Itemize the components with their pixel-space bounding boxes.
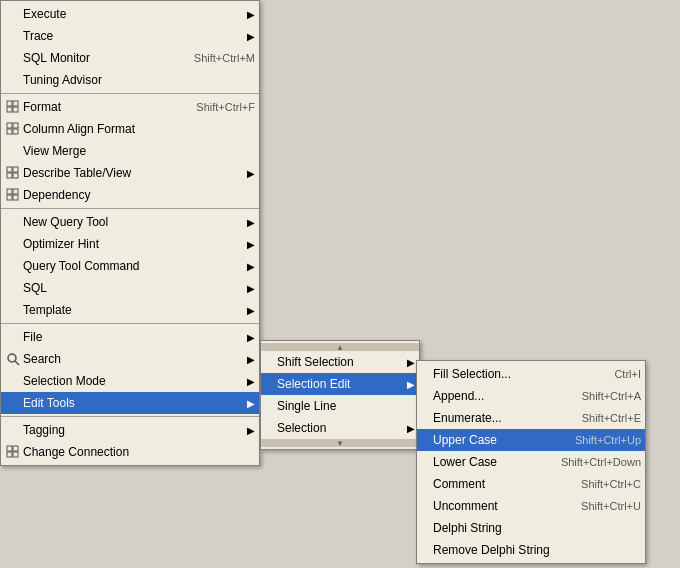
submenu-arrow-icon: ▶ xyxy=(247,217,255,228)
menu-separator xyxy=(1,208,259,209)
menu-item-label: Uncomment xyxy=(433,499,561,513)
menu-item-new-query-tool[interactable]: New Query Tool▶ xyxy=(1,211,259,233)
menu-item-shortcut: Shift+Ctrl+Down xyxy=(561,456,641,468)
menu-item-comment[interactable]: CommentShift+Ctrl+C xyxy=(417,473,645,495)
submenu-arrow-icon: ▶ xyxy=(247,354,255,365)
menu-item-append[interactable]: Append...Shift+Ctrl+A xyxy=(417,385,645,407)
menu-item-change-connection[interactable]: Change Connection xyxy=(1,441,259,463)
menu-item-edit-tools[interactable]: Edit Tools▶ xyxy=(1,392,259,414)
menu-item-uncomment[interactable]: UncommentShift+Ctrl+U xyxy=(417,495,645,517)
menu-item-label: Query Tool Command xyxy=(23,259,243,273)
submenu-arrow-icon: ▶ xyxy=(407,379,415,390)
menu-item-label: Column Align Format xyxy=(23,122,255,136)
menu-item-format[interactable]: FormatShift+Ctrl+F xyxy=(1,96,259,118)
menu-item-shortcut: Shift+Ctrl+E xyxy=(582,412,641,424)
menu-item-execute[interactable]: Execute▶ xyxy=(1,3,259,25)
svg-rect-20 xyxy=(7,452,12,457)
submenu-arrow-icon: ▶ xyxy=(247,376,255,387)
submenu-arrow-icon: ▶ xyxy=(247,283,255,294)
menu-item-delphi-string[interactable]: Delphi String xyxy=(417,517,645,539)
menu-separator xyxy=(1,416,259,417)
menu-container: Execute▶Trace▶SQL MonitorShift+Ctrl+MTun… xyxy=(0,0,260,466)
menu-item-single-line[interactable]: Single Line xyxy=(261,395,419,417)
submenu-arrow-icon: ▶ xyxy=(407,357,415,368)
menu-item-label: Describe Table/View xyxy=(23,166,243,180)
menu-item-upper-case[interactable]: Upper CaseShift+Ctrl+Up xyxy=(417,429,645,451)
submenu-arrow-icon: ▶ xyxy=(247,9,255,20)
menu-item-sql[interactable]: SQL▶ xyxy=(1,277,259,299)
svg-rect-11 xyxy=(13,173,18,178)
menu-item-label: Change Connection xyxy=(23,445,255,459)
submenu-arrow-icon: ▶ xyxy=(247,425,255,436)
menu-item-shortcut: Ctrl+I xyxy=(614,368,641,380)
scroll-hint-bottom[interactable]: ▼ xyxy=(261,439,419,447)
menu-item-remove-delphi-string[interactable]: Remove Delphi String xyxy=(417,539,645,561)
menu-item-search[interactable]: Search▶ xyxy=(1,348,259,370)
menu-item-label: Trace xyxy=(23,29,243,43)
svg-rect-19 xyxy=(13,446,18,451)
menu-item-lower-case[interactable]: Lower CaseShift+Ctrl+Down xyxy=(417,451,645,473)
svg-rect-18 xyxy=(7,446,12,451)
submenu-arrow-icon: ▶ xyxy=(247,31,255,42)
grid-icon xyxy=(5,165,21,181)
menu-item-label: Selection Edit xyxy=(277,377,403,391)
menu-item-label: SQL Monitor xyxy=(23,51,174,65)
search-icon xyxy=(5,351,21,367)
menu-item-selection[interactable]: Selection▶ xyxy=(261,417,419,439)
svg-rect-7 xyxy=(13,129,18,134)
menu-item-shortcut: Shift+Ctrl+Up xyxy=(575,434,641,446)
menu-item-selection-mode[interactable]: Selection Mode▶ xyxy=(1,370,259,392)
menu-item-query-tool-command[interactable]: Query Tool Command▶ xyxy=(1,255,259,277)
menu-level1: Execute▶Trace▶SQL MonitorShift+Ctrl+MTun… xyxy=(0,0,260,466)
menu-item-shift-selection[interactable]: Shift Selection▶ xyxy=(261,351,419,373)
menu-item-trace[interactable]: Trace▶ xyxy=(1,25,259,47)
menu-item-label: Tuning Advisor xyxy=(23,73,255,87)
menu-item-label: Fill Selection... xyxy=(433,367,594,381)
menu-item-tuning-advisor[interactable]: Tuning Advisor xyxy=(1,69,259,91)
svg-line-17 xyxy=(15,361,19,365)
submenu-arrow-icon: ▶ xyxy=(247,398,255,409)
menu-item-label: Upper Case xyxy=(433,433,555,447)
menu-item-label: Remove Delphi String xyxy=(433,543,641,557)
svg-rect-8 xyxy=(7,167,12,172)
menu-item-label: Template xyxy=(23,303,243,317)
menu-item-optimizer-hint[interactable]: Optimizer Hint▶ xyxy=(1,233,259,255)
svg-rect-5 xyxy=(13,123,18,128)
svg-rect-14 xyxy=(7,195,12,200)
svg-rect-3 xyxy=(13,107,18,112)
menu-item-shortcut: Shift+Ctrl+M xyxy=(194,52,255,64)
menu-item-label: Search xyxy=(23,352,243,366)
submenu-arrow-icon: ▶ xyxy=(407,423,415,434)
grid-icon xyxy=(5,99,21,115)
menu-item-describe-table-view[interactable]: Describe Table/View▶ xyxy=(1,162,259,184)
menu-item-label: New Query Tool xyxy=(23,215,243,229)
svg-rect-21 xyxy=(13,452,18,457)
menu-level3: Fill Selection...Ctrl+IAppend...Shift+Ct… xyxy=(416,360,646,564)
grid-icon xyxy=(5,121,21,137)
menu-item-label: Selection xyxy=(277,421,403,435)
menu-item-label: SQL xyxy=(23,281,243,295)
grid-icon xyxy=(5,444,21,460)
menu-item-label: Append... xyxy=(433,389,562,403)
menu-item-column-align-format[interactable]: Column Align Format xyxy=(1,118,259,140)
menu-item-label: Delphi String xyxy=(433,521,641,535)
submenu-arrow-icon: ▶ xyxy=(247,261,255,272)
menu-item-label: Edit Tools xyxy=(23,396,243,410)
menu-item-dependency[interactable]: Dependency xyxy=(1,184,259,206)
menu-item-view-merge[interactable]: View Merge xyxy=(1,140,259,162)
submenu-arrow-icon: ▶ xyxy=(247,239,255,250)
menu-item-selection-edit[interactable]: Selection Edit▶ xyxy=(261,373,419,395)
menu-item-file[interactable]: File▶ xyxy=(1,326,259,348)
menu-item-label: File xyxy=(23,330,243,344)
menu-item-label: Shift Selection xyxy=(277,355,403,369)
svg-rect-9 xyxy=(13,167,18,172)
menu-item-fill-selection[interactable]: Fill Selection...Ctrl+I xyxy=(417,363,645,385)
menu-item-sql-monitor[interactable]: SQL MonitorShift+Ctrl+M xyxy=(1,47,259,69)
menu-item-label: View Merge xyxy=(23,144,255,158)
submenu-arrow-icon: ▶ xyxy=(247,168,255,179)
menu-item-enumerate[interactable]: Enumerate...Shift+Ctrl+E xyxy=(417,407,645,429)
menu-item-template[interactable]: Template▶ xyxy=(1,299,259,321)
scroll-hint-top[interactable]: ▲ xyxy=(261,343,419,351)
svg-rect-2 xyxy=(7,107,12,112)
menu-item-tagging[interactable]: Tagging▶ xyxy=(1,419,259,441)
